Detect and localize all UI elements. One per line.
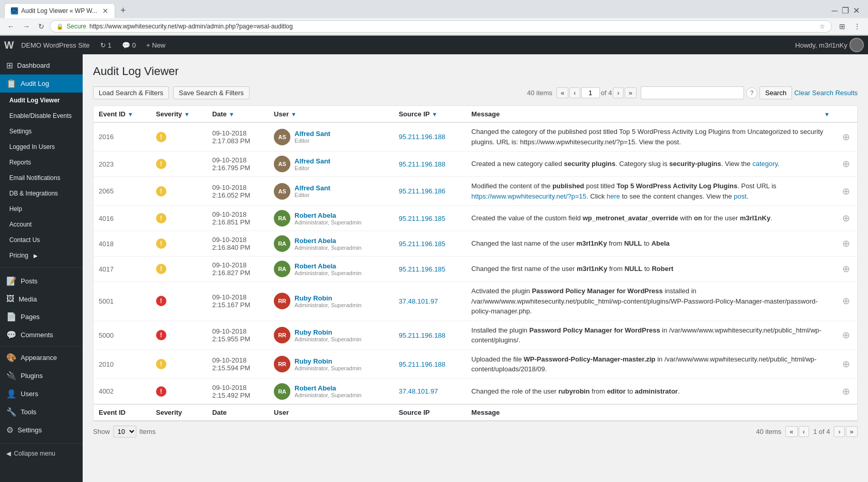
source-ip-link[interactable]: 95.211.196.188	[399, 360, 445, 368]
expand-row-btn[interactable]: ⊕	[840, 329, 852, 341]
next-page-btn-bottom[interactable]: ›	[834, 426, 844, 437]
date-time: 2:15.955 PM	[212, 335, 264, 343]
user-avatar-admin-bar[interactable]	[849, 38, 864, 52]
sidebar-item-users[interactable]: 👤 Users	[0, 385, 83, 403]
page-number-input[interactable]	[581, 87, 600, 98]
source-ip-link[interactable]: 95.211.196.186	[399, 187, 445, 195]
sidebar-item-reports[interactable]: Reports	[0, 155, 83, 170]
last-page-btn-bottom[interactable]: »	[846, 426, 858, 437]
message-text: Uploaded the file WP-Password-Policy-Man…	[471, 355, 816, 373]
col-severity[interactable]: Severity ▼	[151, 106, 207, 123]
sidebar-item-enable-disable[interactable]: Enable/Disable Events	[0, 108, 83, 124]
next-page-btn[interactable]: ›	[613, 87, 623, 98]
event-id-filter-icon[interactable]: ▼	[128, 111, 133, 117]
col-event-id[interactable]: Event ID ▼	[94, 106, 151, 123]
bookmark-icon[interactable]: ☆	[819, 23, 825, 30]
sidebar-item-audit-log-viewer[interactable]: Audit Log Viewer	[0, 93, 83, 108]
browser-extras: ⊞ ⋮	[836, 20, 864, 33]
col-message[interactable]: Message ▼	[466, 106, 835, 123]
sidebar-item-db-integrations[interactable]: DB & Integrations	[0, 186, 83, 201]
new-item[interactable]: + New	[141, 36, 171, 54]
severity-filter-icon[interactable]: ▼	[184, 111, 190, 117]
search-button[interactable]: Search	[760, 86, 792, 99]
sidebar-item-help[interactable]: Help	[0, 201, 83, 217]
expand-row-btn[interactable]: ⊕	[840, 131, 852, 143]
first-page-btn[interactable]: «	[556, 87, 568, 98]
prev-page-btn[interactable]: ‹	[569, 87, 580, 98]
first-page-btn-bottom[interactable]: «	[785, 426, 797, 437]
sidebar-item-tools[interactable]: 🔧 Tools	[0, 403, 83, 421]
sidebar-collapse-btn[interactable]: ◀ Collapse menu	[0, 446, 83, 461]
sidebar-item-pricing[interactable]: Pricing ▶	[0, 248, 83, 263]
new-tab-btn[interactable]: +	[117, 4, 129, 17]
sidebar-item-posts[interactable]: 📝 Posts	[0, 272, 83, 290]
page-title: Audit Log Viewer	[93, 65, 858, 78]
sidebar-item-pages[interactable]: 📄 Pages	[0, 308, 83, 326]
site-name-item[interactable]: DEMO WordPress Site	[16, 36, 95, 54]
sidebar-item-account[interactable]: Account	[0, 217, 83, 232]
col-source-ip[interactable]: Source IP ▼	[394, 106, 467, 123]
col-date[interactable]: Date ▼	[207, 106, 269, 123]
sidebar-item-dashboard[interactable]: ⊞ Dashboard	[0, 56, 83, 74]
user-name-label: Robert Abela	[295, 262, 362, 270]
close-btn[interactable]: ✕	[853, 6, 860, 16]
expand-row-btn[interactable]: ⊕	[840, 186, 852, 197]
clear-search-link[interactable]: Clear Search Results	[794, 89, 858, 97]
sidebar-item-settings-main[interactable]: ⚙ Settings	[0, 421, 83, 439]
source-ip-link[interactable]: 95.211.196.185	[399, 240, 445, 248]
date-filter-icon[interactable]: ▼	[229, 111, 235, 117]
col-user[interactable]: User ▼	[269, 106, 394, 123]
wp-logo-icon[interactable]: W	[4, 39, 14, 51]
sidebar-item-audit-log[interactable]: 📋 Audit Log	[0, 74, 83, 93]
refresh-btn[interactable]: ↻	[35, 20, 48, 33]
expand-row-btn[interactable]: ⊕	[840, 386, 852, 397]
user-filter-icon[interactable]: ▼	[291, 111, 297, 117]
source-ip-link[interactable]: 95.211.196.185	[399, 215, 445, 222]
source-ip-link[interactable]: 95.211.196.188	[399, 332, 445, 339]
expand-row-btn[interactable]: ⊕	[840, 358, 852, 370]
expand-row-btn[interactable]: ⊕	[840, 295, 852, 307]
address-bar[interactable]: 🔒 Secure https://www.wpwhitesecurity.net…	[50, 20, 832, 33]
sidebar-item-contact[interactable]: Contact Us	[0, 232, 83, 248]
expand-row-btn[interactable]: ⊕	[840, 238, 852, 249]
tab-close-btn[interactable]: ✕	[102, 7, 109, 15]
search-input[interactable]	[641, 86, 744, 99]
sidebar-item-email-notif[interactable]: Email Notifications	[0, 170, 83, 186]
source-ip-link[interactable]: 37.48.101.97	[399, 387, 438, 395]
sidebar-item-logged-in[interactable]: Logged In Users	[0, 139, 83, 155]
sidebar-item-plugins[interactable]: 🔌 Plugins	[0, 367, 83, 385]
sidebar-item-comments[interactable]: 💬 Comments	[0, 326, 83, 344]
active-tab[interactable]: 🛡 Audit Log Viewer « WP W... ✕	[4, 3, 115, 18]
col-expand	[835, 106, 857, 123]
maximize-btn[interactable]: ❐	[842, 6, 849, 16]
expand-row-btn[interactable]: ⊕	[840, 158, 852, 170]
message-filter-icon[interactable]: ▼	[824, 111, 830, 117]
expand-row-btn[interactable]: ⊕	[840, 263, 852, 275]
back-btn[interactable]: ←	[4, 20, 18, 33]
save-search-button[interactable]: Save Search & Filters	[173, 86, 250, 99]
menu-btn[interactable]: ⋮	[850, 20, 864, 33]
date-time: 2:15.167 PM	[212, 301, 264, 309]
sidebar-item-appearance[interactable]: 🎨 Appearance	[0, 349, 83, 367]
load-search-button[interactable]: Load Search & Filters	[93, 86, 169, 99]
cell-severity: !	[151, 321, 207, 350]
comments-item[interactable]: 💬 0	[117, 36, 141, 54]
extensions-btn[interactable]: ⊞	[836, 20, 848, 33]
ip-filter-icon[interactable]: ▼	[432, 111, 438, 117]
source-ip-link[interactable]: 95.211.196.185	[399, 265, 445, 273]
updates-item[interactable]: ↻ 1	[95, 36, 117, 54]
source-ip-link[interactable]: 95.211.196.188	[399, 133, 445, 141]
message-text: Changed the last name of the user m3rI1n…	[471, 239, 670, 247]
expand-row-btn[interactable]: ⊕	[840, 213, 852, 224]
show-select-dropdown[interactable]: 10 20 50	[113, 426, 136, 438]
sidebar-item-settings[interactable]: Settings	[0, 124, 83, 139]
search-help-btn[interactable]: ?	[746, 87, 757, 99]
source-ip-link[interactable]: 37.48.101.97	[399, 297, 438, 305]
col-source-ip-label: Source IP	[399, 110, 430, 118]
sidebar-item-media[interactable]: 🖼 Media	[0, 290, 83, 308]
prev-page-btn-bottom[interactable]: ‹	[799, 426, 809, 437]
minimize-btn[interactable]: ─	[832, 6, 838, 16]
last-page-btn[interactable]: »	[625, 87, 637, 98]
source-ip-link[interactable]: 95.211.196.188	[399, 160, 445, 168]
forward-btn[interactable]: →	[20, 20, 33, 33]
